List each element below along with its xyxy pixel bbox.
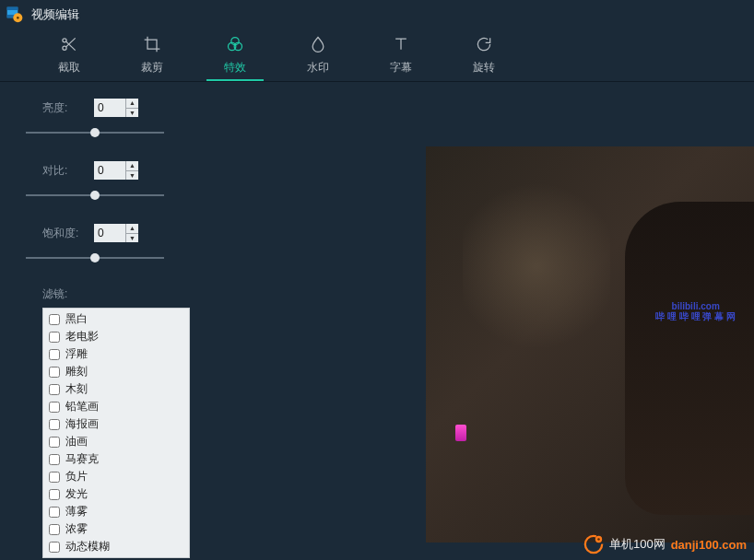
filter-name: 马赛克 <box>65 451 99 467</box>
filter-name: 雕刻 <box>65 364 88 379</box>
saturation-control: 饱和度: ▲▼ <box>42 224 218 264</box>
filter-checkbox[interactable] <box>49 437 60 448</box>
filter-item[interactable]: 薄雾 <box>43 503 189 520</box>
slider-thumb[interactable] <box>90 191 100 200</box>
tabs: 截取 裁剪 特效 水印 字幕 旋转 <box>0 29 754 82</box>
spin-down-icon[interactable]: ▼ <box>126 171 138 181</box>
saturation-label: 饱和度: <box>42 226 94 241</box>
filter-name: 浮雕 <box>65 346 88 362</box>
contrast-spinner[interactable]: ▲▼ <box>94 161 138 180</box>
preview-artifact <box>455 425 466 441</box>
tab-label: 字幕 <box>390 60 412 76</box>
filter-item[interactable]: 老电影 <box>43 328 189 345</box>
tab-clip[interactable]: 截取 <box>28 29 111 81</box>
brightness-label: 亮度: <box>42 100 94 116</box>
preview-pane: bilibili.com 哔 哩 哔 哩 弹 幕 网 <box>240 82 754 560</box>
tab-label: 截取 <box>58 60 80 76</box>
svg-rect-1 <box>7 7 18 10</box>
filter-item[interactable]: 铅笔画 <box>43 398 189 415</box>
tab-watermark[interactable]: 水印 <box>277 29 359 81</box>
filter-checkbox[interactable] <box>49 454 60 465</box>
filter-item[interactable]: 浮雕 <box>43 345 189 363</box>
filter-checkbox[interactable] <box>49 367 60 378</box>
spin-up-icon[interactable]: ▲ <box>126 161 138 171</box>
crop-icon <box>143 35 161 56</box>
svg-point-6 <box>63 46 66 50</box>
contrast-label: 对比: <box>42 163 94 179</box>
scissors-icon <box>60 35 78 56</box>
filter-checkbox[interactable] <box>49 489 60 500</box>
spin-up-icon[interactable]: ▲ <box>126 224 138 234</box>
tab-label: 旋转 <box>473 60 495 76</box>
filter-name: 发光 <box>65 486 88 502</box>
filter-item[interactable]: 雕刻 <box>43 363 189 380</box>
filter-item[interactable]: 海报画 <box>43 415 189 433</box>
svg-point-5 <box>63 39 66 42</box>
filter-name: 负片 <box>65 469 88 484</box>
filter-name: 油画 <box>65 434 88 449</box>
brightness-slider[interactable] <box>26 126 164 139</box>
filter-checkbox[interactable] <box>49 384 60 395</box>
filter-item[interactable]: 负片 <box>43 468 189 485</box>
titlebar: 视频编辑 <box>0 0 754 29</box>
spin-up-icon[interactable]: ▲ <box>126 99 138 109</box>
tab-crop[interactable]: 裁剪 <box>111 29 194 81</box>
filter-checkbox[interactable] <box>49 507 60 518</box>
filter-checkbox[interactable] <box>49 332 60 343</box>
tab-label: 特效 <box>224 60 246 76</box>
filter-item[interactable]: 发光 <box>43 485 189 503</box>
saturation-slider[interactable] <box>26 251 164 264</box>
badge-text2: danji100.com <box>671 538 747 552</box>
app-icon <box>6 6 24 24</box>
brightness-input[interactable] <box>94 99 125 117</box>
badge-text1: 单机100网 <box>609 536 666 553</box>
tab-subtitle[interactable]: 字幕 <box>359 29 442 81</box>
contrast-control: 对比: ▲▼ <box>42 161 218 202</box>
water-icon <box>309 35 327 56</box>
filter-name: 海报画 <box>65 416 99 432</box>
filter-checkbox[interactable] <box>49 349 60 360</box>
filter-section: 滤镜: 黑白老电影浮雕雕刻木刻铅笔画海报画油画马赛克负片发光薄雾浓雾动态模糊 <box>42 286 218 558</box>
overlay-line2: 哔 哩 哔 哩 弹 幕 网 <box>655 311 736 321</box>
filter-checkbox[interactable] <box>49 419 60 430</box>
tab-label: 裁剪 <box>141 60 163 76</box>
text-icon <box>392 35 410 56</box>
filter-label: 滤镜: <box>42 286 218 302</box>
spin-down-icon[interactable]: ▼ <box>126 234 138 243</box>
contrast-slider[interactable] <box>26 189 164 202</box>
filter-item[interactable]: 黑白 <box>43 310 189 328</box>
saturation-spinner[interactable]: ▲▼ <box>94 224 138 242</box>
filter-checkbox[interactable] <box>49 402 60 413</box>
filter-list: 黑白老电影浮雕雕刻木刻铅笔画海报画油画马赛克负片发光薄雾浓雾动态模糊 <box>42 308 190 558</box>
filter-item[interactable]: 动态模糊 <box>43 538 189 555</box>
filter-item[interactable]: 油画 <box>43 433 189 450</box>
filter-item[interactable]: 马赛克 <box>43 450 189 468</box>
slider-thumb[interactable] <box>90 253 100 262</box>
brightness-control: 亮度: ▲▼ <box>42 99 218 139</box>
spin-down-icon[interactable]: ▼ <box>126 109 138 118</box>
filter-name: 黑白 <box>65 311 88 327</box>
filter-checkbox[interactable] <box>49 542 60 553</box>
overlay-watermark: bilibili.com 哔 哩 哔 哩 弹 幕 网 <box>655 301 736 321</box>
badge-icon <box>583 534 604 554</box>
app-title: 视频编辑 <box>31 6 79 23</box>
video-preview: bilibili.com 哔 哩 哔 哩 弹 幕 网 <box>426 146 754 542</box>
saturation-input[interactable] <box>94 224 125 242</box>
filter-name: 浓雾 <box>65 521 88 537</box>
filter-checkbox[interactable] <box>49 472 60 483</box>
svg-point-12 <box>597 538 600 541</box>
filter-checkbox[interactable] <box>49 524 60 535</box>
contrast-input[interactable] <box>94 161 125 180</box>
tab-rotate[interactable]: 旋转 <box>442 29 525 81</box>
site-badge: 单机100网 danji100.com <box>583 534 747 554</box>
brightness-spinner[interactable]: ▲▼ <box>94 99 138 117</box>
filter-name: 老电影 <box>65 329 99 344</box>
filter-item[interactable]: 浓雾 <box>43 520 189 538</box>
tab-effect[interactable]: 特效 <box>194 29 277 81</box>
effects-panel: 亮度: ▲▼ 对比: ▲▼ 饱和度: <box>0 82 240 560</box>
slider-thumb[interactable] <box>90 128 100 137</box>
filter-checkbox[interactable] <box>49 314 60 325</box>
tab-label: 水印 <box>307 60 329 76</box>
filter-item[interactable]: 木刻 <box>43 380 189 398</box>
rotate-icon <box>475 35 493 56</box>
